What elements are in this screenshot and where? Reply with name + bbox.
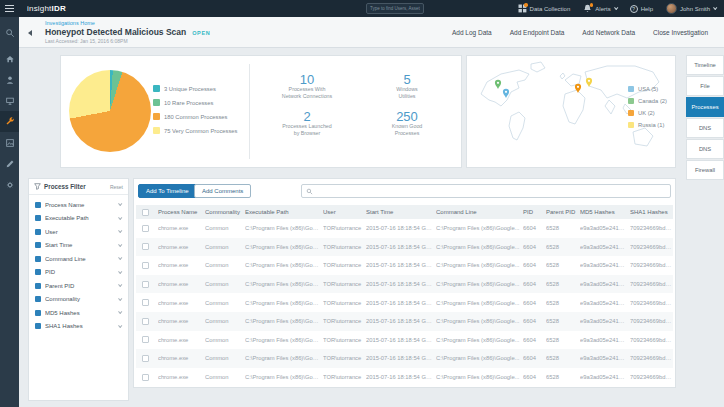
chevron-down-icon[interactable] bbox=[118, 202, 122, 206]
filter-item-command-line[interactable]: Command Line bbox=[29, 252, 128, 266]
nav-alerts[interactable]: Alerts bbox=[583, 4, 616, 13]
row-checkbox-cell bbox=[136, 318, 158, 325]
table-row[interactable]: chrome.exeCommonC:\Program Files (x86)\G… bbox=[136, 275, 673, 294]
cell-start-time: 2015-07-16 18:18:54 GMT bbox=[366, 318, 436, 324]
chevron-down-icon[interactable] bbox=[118, 310, 122, 314]
checkbox[interactable] bbox=[35, 202, 41, 208]
table-row[interactable]: chrome.exeCommonC:\Program Files (x86)\G… bbox=[136, 293, 673, 312]
filter-item-user[interactable]: User bbox=[29, 225, 128, 239]
tab-dns[interactable]: DNS bbox=[686, 118, 724, 138]
tab-dns[interactable]: DNS bbox=[686, 139, 724, 159]
row-checkbox[interactable] bbox=[142, 225, 149, 232]
cell-command-line: C:\Program Files (x86)\Google... bbox=[436, 244, 523, 250]
filter-item-sha1-hashes[interactable]: SHA1 Hashes bbox=[29, 320, 128, 334]
sidebar-item-reports[interactable] bbox=[0, 132, 19, 153]
sidebar-item-assets[interactable] bbox=[0, 90, 19, 111]
column-header-pid: PID bbox=[523, 209, 546, 215]
chevron-down-icon[interactable] bbox=[118, 229, 122, 233]
nav-help[interactable]: Help bbox=[630, 5, 653, 13]
chevron-down-icon[interactable] bbox=[118, 215, 122, 219]
checkbox[interactable] bbox=[35, 283, 41, 289]
breadcrumb[interactable]: Investigations Home bbox=[45, 20, 210, 26]
sidebar-item-home[interactable] bbox=[0, 48, 19, 69]
row-checkbox-cell bbox=[136, 243, 158, 250]
data-collection-icon bbox=[518, 4, 527, 13]
tab-timeline[interactable]: Timeline bbox=[686, 55, 724, 75]
legend-swatch bbox=[153, 127, 160, 134]
add-to-timeline-button[interactable]: Add To Timeline bbox=[138, 184, 197, 198]
legend-label: Canada (2) bbox=[638, 98, 667, 104]
row-checkbox[interactable] bbox=[142, 374, 149, 381]
checkbox[interactable] bbox=[35, 242, 41, 248]
select-all-checkbox[interactable] bbox=[142, 209, 149, 216]
checkbox[interactable] bbox=[35, 215, 41, 221]
nav-user-menu[interactable]: John Smith bbox=[666, 3, 716, 14]
cell-pid: 6604 bbox=[523, 355, 546, 361]
tab-file[interactable]: File bbox=[686, 76, 724, 96]
chevron-down-icon[interactable] bbox=[118, 296, 122, 300]
chevron-down-icon[interactable] bbox=[118, 269, 122, 273]
sidebar-item-investigations[interactable] bbox=[0, 111, 19, 132]
add-comments-button[interactable]: Add Comments bbox=[194, 184, 251, 198]
checkbox[interactable] bbox=[35, 323, 41, 329]
checkbox[interactable] bbox=[35, 296, 41, 302]
table-search bbox=[301, 184, 671, 198]
filter-item-executable-path[interactable]: Executable Path bbox=[29, 212, 128, 226]
cell-command-line: C:\Program Files (x86)\Google... bbox=[436, 300, 523, 306]
row-checkbox[interactable] bbox=[142, 299, 149, 306]
global-search-input[interactable] bbox=[366, 3, 424, 14]
add-network-data-button[interactable]: Add Network Data bbox=[582, 29, 635, 36]
filter-item-parent-pid[interactable]: Parent PID bbox=[29, 279, 128, 293]
filter-item-md5-hashes[interactable]: MD5 Hashes bbox=[29, 306, 128, 320]
filter-item-process-name[interactable]: Process Name bbox=[29, 198, 128, 212]
chevron-down-icon[interactable] bbox=[118, 256, 122, 260]
filter-item-commonality[interactable]: Commonality bbox=[29, 293, 128, 307]
chevron-down-icon[interactable] bbox=[118, 323, 122, 327]
cell-start-time: 2015-07-16 18:18:54 GMT bbox=[366, 262, 436, 268]
table-row[interactable]: chrome.exeCommonC:\Program Files (x86)\G… bbox=[136, 368, 673, 387]
filter-item-start-time[interactable]: Start Time bbox=[29, 239, 128, 253]
table-row[interactable]: chrome.exeCommonC:\Program Files (x86)\G… bbox=[136, 312, 673, 331]
chevron-down-icon[interactable] bbox=[118, 283, 122, 287]
filter-item-pid[interactable]: PID bbox=[29, 266, 128, 280]
sidebar-item-search[interactable] bbox=[0, 22, 19, 43]
table-row[interactable]: chrome.exeCommonC:\Program Files (x86)\G… bbox=[136, 331, 673, 350]
cell-commonality: Common bbox=[205, 225, 245, 231]
sidebar-item-settings[interactable] bbox=[0, 174, 19, 195]
add-endpoint-data-button[interactable]: Add Endpoint Data bbox=[510, 29, 565, 36]
row-checkbox[interactable] bbox=[142, 318, 149, 325]
cell-parent-pid: 6528 bbox=[546, 355, 580, 361]
table-row[interactable]: chrome.exeCommonC:\Program Files (x86)\G… bbox=[136, 219, 673, 238]
checkbox[interactable] bbox=[35, 269, 41, 275]
row-checkbox[interactable] bbox=[142, 281, 149, 288]
tab-firewall[interactable]: Firewall bbox=[686, 160, 724, 180]
legend-label: 180 Common Processes bbox=[164, 114, 227, 120]
table-row[interactable]: chrome.exeCommonC:\Program Files (x86)\G… bbox=[136, 238, 673, 257]
table-row[interactable]: chrome.exeCommonC:\Program Files (x86)\G… bbox=[136, 256, 673, 275]
checkbox[interactable] bbox=[35, 256, 41, 262]
nav-data-collection[interactable]: Data Collection bbox=[518, 4, 571, 13]
cell-command-line: C:\Program Files (x86)\Google... bbox=[436, 374, 523, 380]
sidebar-item-notes[interactable] bbox=[0, 153, 19, 174]
tab-processes[interactable]: Processes bbox=[686, 97, 724, 117]
row-checkbox[interactable] bbox=[142, 355, 149, 362]
chevron-down-icon[interactable] bbox=[118, 242, 122, 246]
checkbox[interactable] bbox=[35, 229, 41, 235]
row-checkbox[interactable] bbox=[142, 262, 149, 269]
stat-processes-launched: 2Processes Launchedby Browser bbox=[257, 110, 357, 136]
table-row[interactable]: chrome.exeCommonC:\Program Files (x86)\G… bbox=[136, 349, 673, 368]
row-checkbox[interactable] bbox=[142, 243, 149, 250]
reset-button[interactable]: Reset bbox=[110, 184, 123, 190]
cell-command-line: C:\Program Files (x86)\Google... bbox=[436, 318, 523, 324]
add-log-data-button[interactable]: Add Log Data bbox=[452, 29, 492, 36]
row-checkbox[interactable] bbox=[142, 336, 149, 343]
divider bbox=[249, 64, 250, 159]
back-arrow-icon[interactable] bbox=[28, 30, 32, 36]
menu-icon[interactable] bbox=[5, 5, 14, 12]
cell-executable-path: C:\Program Files (x86)\Google... bbox=[245, 300, 323, 306]
checkbox[interactable] bbox=[35, 310, 41, 316]
close-investigation-button[interactable]: Close Investigation bbox=[653, 29, 708, 36]
table-search-input[interactable] bbox=[316, 188, 666, 194]
nav-item-label: Alerts bbox=[595, 6, 610, 12]
sidebar-item-users[interactable] bbox=[0, 69, 19, 90]
